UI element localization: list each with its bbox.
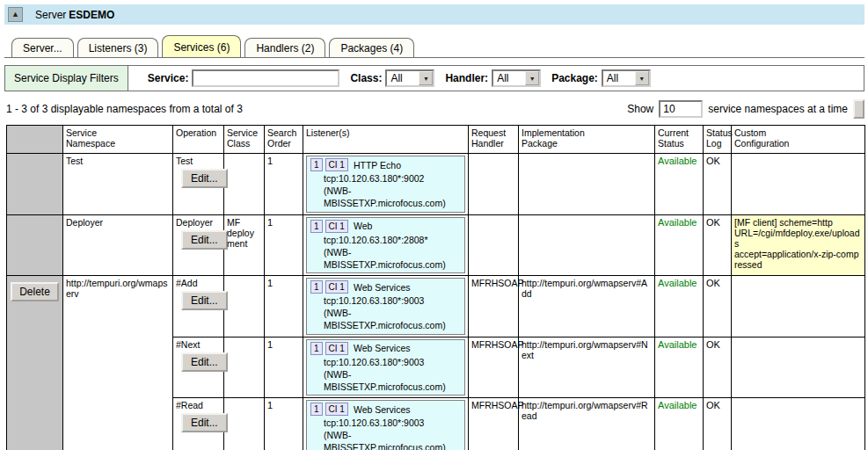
edit-button[interactable]: Edit...: [181, 352, 228, 372]
listener-entry: 1 CI 1 Web Services tcp:10.120.63.180*:9…: [306, 339, 465, 396]
search-order-cell: 1: [265, 154, 303, 215]
listeners-cell: 1 CI 1 Web Services tcp:10.120.63.180*:9…: [303, 398, 469, 450]
col-header-service-namespace: Service Namespace: [63, 126, 173, 154]
listener-name: Web Services: [354, 282, 411, 293]
operation-name: Deployer: [176, 217, 221, 228]
tab-server[interactable]: Server...: [11, 38, 74, 57]
show-suffix-label: service namespaces at a time: [708, 103, 848, 115]
delete-namespace-button[interactable]: Delete: [11, 282, 59, 301]
row-actions-cell: [7, 154, 63, 215]
listener-conversation-badge: CI 1: [325, 220, 348, 233]
operation-name: #Next: [176, 339, 221, 350]
status-log-cell: OK: [704, 276, 732, 338]
apply-page-size-button[interactable]: [853, 99, 864, 119]
pagination-row: 1 - 3 of 3 displayable namespaces from a…: [6, 99, 864, 119]
package-filter-select[interactable]: All ▼: [602, 69, 651, 87]
edit-button[interactable]: Edit...: [181, 230, 228, 250]
listener-conversation-badge: CI 1: [325, 403, 348, 416]
listener-endpoint: tcp:10.120.63.180*:9003: [324, 294, 461, 307]
row-actions-cell: Delete: [7, 276, 63, 450]
col-header-request-handler: Request Handler: [469, 126, 519, 154]
tab-bar: Server... Listeners (3) Services (6) Han…: [4, 35, 864, 58]
class-filter-select[interactable]: All ▼: [385, 69, 434, 87]
page-size-controls: Show service namespaces at a time: [627, 99, 864, 119]
page-size-input[interactable]: [659, 100, 703, 118]
filter-bar-title: Service Display Filters: [5, 66, 128, 91]
listener-name: HTTP Echo: [354, 160, 401, 171]
listener-host: (NWB-MBISSETXP.microfocus.com): [324, 246, 461, 271]
server-label: Server: [35, 9, 66, 21]
service-row: Deployer Deployer Edit... MF deployment …: [7, 214, 865, 276]
status-log-cell: OK: [704, 154, 732, 215]
tab-listeners[interactable]: Listeners (3): [77, 38, 159, 57]
edit-button[interactable]: Edit...: [181, 169, 228, 188]
collapse-section-button[interactable]: ▲: [8, 7, 23, 22]
edit-button[interactable]: Edit...: [181, 413, 228, 432]
tab-packages[interactable]: Packages (4): [329, 38, 414, 57]
implementation-package-cell: http://tempuri.org/wmapserv#Read: [519, 398, 655, 450]
table-header-row: Service Namespace Operation Service Clas…: [7, 126, 865, 154]
request-handler-cell: MFRHSOAP: [469, 398, 519, 450]
search-order-cell: 1: [265, 337, 303, 398]
service-filter-input[interactable]: [192, 69, 339, 87]
listener-entry: 1 CI 1 HTTP Echo tcp:10.120.63.180*:9002…: [306, 156, 465, 213]
implementation-package-cell: [519, 214, 655, 276]
listeners-cell: 1 CI 1 Web tcp:10.120.63.180*:2808* (NWB…: [303, 214, 469, 276]
namespace-cell: http://tempuri.org/wmapserv: [63, 276, 173, 450]
dropdown-arrow-icon: ▼: [525, 71, 539, 85]
operation-cell: Test Edit...: [173, 154, 224, 215]
custom-config-cell: [732, 398, 865, 450]
service-class-cell: [224, 154, 265, 215]
listeners-cell: 1 CI 1 Web Services tcp:10.120.63.180*:9…: [303, 337, 469, 398]
operation-cell: #Next Edit...: [173, 337, 224, 398]
show-label: Show: [627, 103, 653, 115]
class-filter-value: All: [390, 72, 402, 84]
service-filter-label: Service:: [148, 72, 189, 84]
listener-conversation-badge: CI 1: [325, 280, 348, 294]
listener-host: (NWB-MBISSETXP.microfocus.com): [324, 307, 461, 331]
service-class-cell: [224, 398, 265, 450]
operation-name: #Add: [176, 278, 221, 288]
service-row: Test Test Edit... 1 1 CI 1 HTTP Echo tcp…: [7, 154, 865, 215]
edit-button[interactable]: Edit...: [181, 291, 228, 310]
operation-name: #Read: [176, 400, 221, 410]
request-handler-cell: [469, 214, 519, 276]
listeners-cell: 1 CI 1 HTTP Echo tcp:10.120.63.180*:9002…: [303, 154, 469, 215]
listener-index-badge: 1: [310, 342, 323, 355]
server-header-bar: ▲ ServerESDEMO: [4, 4, 864, 25]
tab-services[interactable]: Services (6): [162, 35, 241, 57]
listener-name: Web: [354, 221, 372, 231]
col-header-search-order: Search Order: [265, 126, 303, 154]
col-header-implementation-package: Implementation Package: [519, 126, 655, 154]
service-class-cell: [224, 276, 265, 338]
request-handler-cell: [469, 154, 519, 215]
handler-filter-select[interactable]: All ▼: [492, 69, 541, 87]
tab-handlers[interactable]: Handlers (2): [244, 38, 325, 57]
operation-name: Test: [176, 156, 221, 166]
namespace-cell: Test: [63, 154, 173, 215]
search-order-cell: 1: [265, 214, 303, 276]
listener-index-badge: 1: [310, 403, 323, 416]
listener-index-badge: 1: [310, 280, 323, 294]
listener-entry: 1 CI 1 Web Services tcp:10.120.63.180*:9…: [306, 400, 465, 450]
handler-filter-label: Handler:: [445, 72, 488, 84]
operation-cell: #Add Edit...: [173, 276, 224, 338]
listener-conversation-badge: CI 1: [325, 342, 348, 355]
search-order-cell: 1: [265, 398, 303, 450]
listener-endpoint: tcp:10.120.63.180*:2808*: [324, 234, 461, 246]
listeners-cell: 1 CI 1 Web Services tcp:10.120.63.180*:9…: [303, 276, 469, 338]
col-header-custom-configuration: Custom Configuration: [732, 126, 865, 154]
dropdown-arrow-icon: ▼: [635, 71, 649, 85]
custom-config-cell: [732, 276, 865, 338]
listener-conversation-badge: CI 1: [325, 158, 348, 171]
current-status-cell: Available: [655, 276, 704, 338]
implementation-package-cell: http://tempuri.org/wmapserv#Next: [519, 337, 655, 398]
service-class-cell: MF deployment: [224, 214, 265, 276]
dropdown-arrow-icon: ▼: [419, 71, 433, 85]
col-header-current-status: Current Status: [655, 126, 704, 154]
listener-host: (NWB-MBISSETXP.microfocus.com): [324, 185, 461, 209]
custom-config-cell: [732, 337, 865, 398]
listener-endpoint: tcp:10.120.63.180*:9002: [324, 172, 461, 185]
implementation-package-cell: http://tempuri.org/wmapserv#Add: [519, 276, 655, 338]
status-log-cell: OK: [704, 398, 732, 450]
